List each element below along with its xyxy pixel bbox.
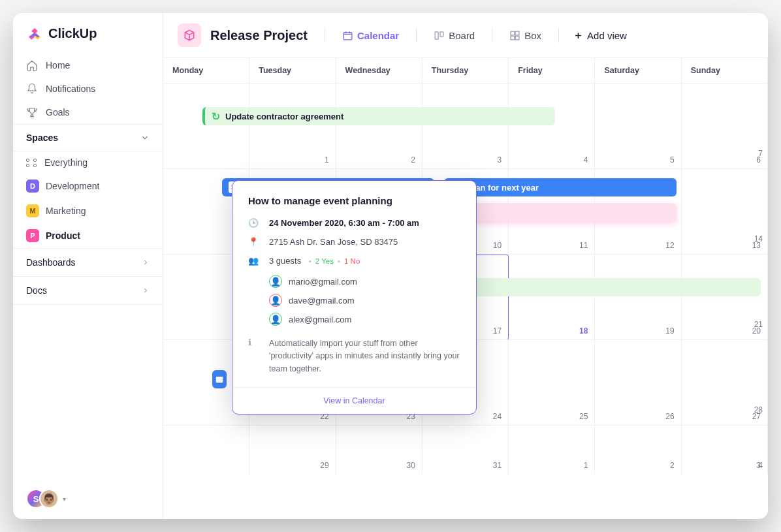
calendar-cell[interactable]: 3 <box>422 84 509 168</box>
trophy-icon <box>26 106 38 118</box>
view-tab-box[interactable]: Box <box>503 26 548 45</box>
home-icon <box>26 59 38 71</box>
calendar-cell[interactable]: 25 <box>509 340 595 425</box>
sidebar-space-marketing[interactable]: M Marketing <box>13 198 163 223</box>
day-header: Tuesday <box>249 58 336 83</box>
clickup-logo-icon <box>26 25 43 42</box>
chevron-down-icon: ▾ <box>63 495 66 503</box>
info-icon: ℹ <box>248 337 259 375</box>
view-tab-board[interactable]: Board <box>427 26 481 45</box>
divider <box>558 28 559 42</box>
person-icon: 👤 <box>269 313 282 326</box>
calendar-cell[interactable] <box>163 426 249 474</box>
grid-icon <box>26 159 38 167</box>
svg-rect-7 <box>216 377 223 383</box>
space-badge: D <box>26 180 39 193</box>
sync-icon: ↻ <box>212 110 220 123</box>
person-icon: 👤 <box>269 275 282 288</box>
popover-description: ℹ Automatically import your stuff from o… <box>248 337 460 375</box>
calendar-cell[interactable]: 18 <box>509 255 595 339</box>
person-icon: 👤 <box>269 294 282 307</box>
guest-row: 👤dave@gmail.com <box>269 294 460 307</box>
calendar-cell[interactable]: 31 <box>422 426 509 474</box>
calendar-cell[interactable]: 5 <box>595 84 681 168</box>
event-partial[interactable] <box>212 370 227 388</box>
space-badge: M <box>26 204 39 217</box>
calendar-cell[interactable]: 26 <box>595 340 681 425</box>
chevron-right-icon <box>142 287 150 294</box>
view-in-calendar-link[interactable]: View in Calendar <box>232 387 476 414</box>
clock-icon: 🕒 <box>248 218 259 228</box>
popover-datetime: 🕒 24 November 2020, 6:30 am - 7:00 am <box>248 218 460 228</box>
nav-goals[interactable]: Goals <box>13 101 163 124</box>
day-header: Thursday <box>422 58 509 83</box>
svg-rect-1 <box>435 31 438 39</box>
calendar-cell[interactable]: 1 <box>509 426 595 474</box>
event-soft-pink[interactable] <box>444 203 677 221</box>
project-icon <box>178 23 201 47</box>
project-title: Release Project <box>210 28 308 43</box>
sidebar-space-product[interactable]: P Product <box>13 223 163 248</box>
user-switcher[interactable]: S 👨🏽 ▾ <box>13 478 163 519</box>
sidebar: ClickUp Home Notifications Goals Spaces … <box>13 13 163 519</box>
add-view-button[interactable]: Add view <box>573 30 627 41</box>
spaces-header[interactable]: Spaces <box>13 124 163 151</box>
svg-rect-6 <box>515 36 519 40</box>
sidebar-docs[interactable]: Docs <box>13 276 163 305</box>
calendar-cell[interactable]: 4 <box>509 84 595 168</box>
calendar-cell[interactable]: 2 <box>595 426 681 474</box>
day-header: Friday <box>509 58 595 83</box>
space-badge: P <box>26 229 39 242</box>
popover-title: How to manage event planning <box>248 195 460 206</box>
svg-rect-5 <box>511 36 515 40</box>
brand-name: ClickUp <box>48 26 97 41</box>
event-soft-green[interactable] <box>444 278 761 296</box>
sidebar-space-development[interactable]: D Development <box>13 174 163 198</box>
day-header: Wednesday <box>336 58 422 83</box>
week-row: 29 30 31 1 2 3 4 <box>163 425 768 474</box>
svg-rect-2 <box>440 31 443 36</box>
event-popover: How to manage event planning 🕒 24 Novemb… <box>232 180 477 415</box>
plus-icon <box>573 31 583 40</box>
chevron-right-icon <box>142 258 150 266</box>
divider <box>492 28 492 42</box>
calendar-icon <box>215 375 224 384</box>
pin-icon: 📍 <box>248 237 259 247</box>
calendar-cell[interactable]: 30 <box>336 426 422 474</box>
day-header: Monday <box>163 58 249 83</box>
app-window: ClickUp Home Notifications Goals Spaces … <box>13 13 768 519</box>
popover-location: 📍 2715 Ash Dr. San Jose, SD 83475 <box>248 237 460 247</box>
guest-row: 👤alex@gmail.com <box>269 313 460 326</box>
svg-rect-0 <box>343 32 352 39</box>
nav-notifications[interactable]: Notifications <box>13 77 163 101</box>
calendar-cell[interactable]: 3 <box>682 426 768 474</box>
calendar-icon <box>342 30 353 41</box>
sidebar-dashboards[interactable]: Dashboards <box>13 248 163 276</box>
calendar-cell[interactable]: 1 <box>249 84 336 168</box>
topbar: Release Project Calendar Board Box Add v… <box>163 13 768 58</box>
rsvp-no: 1 No <box>344 257 360 265</box>
calendar-cell[interactable]: 6 <box>682 84 768 168</box>
calendar-cell[interactable]: 19 <box>595 255 681 339</box>
box-icon <box>183 29 196 42</box>
view-tab-calendar[interactable]: Calendar <box>336 26 406 45</box>
svg-rect-3 <box>511 31 515 35</box>
nav-label: Home <box>46 60 70 70</box>
day-headers: Monday Tuesday Wednesday Thursday Friday… <box>163 58 768 83</box>
event-update-contractor[interactable]: ↻ Update contractor agreement <box>202 107 555 125</box>
calendar-cell[interactable]: 29 <box>249 426 336 474</box>
calendar-cell[interactable]: 2 <box>336 84 422 168</box>
bell-icon <box>26 83 38 95</box>
day-header: Saturday <box>595 58 681 83</box>
day-header: Sunday <box>682 58 768 83</box>
nav-home[interactable]: Home <box>13 54 163 77</box>
divider <box>416 28 417 42</box>
avatar: 👨🏽 <box>39 489 59 509</box>
people-icon: 👥 <box>248 256 259 266</box>
calendar-cell[interactable] <box>163 84 249 168</box>
week-row: 1 2 3 4 5 6 ↻ Update contractor agreemen… <box>163 83 768 168</box>
logo[interactable]: ClickUp <box>13 25 163 54</box>
event-plan-next-year[interactable]: 31 Plan for next year <box>444 178 677 196</box>
sidebar-everything[interactable]: Everything <box>13 151 163 174</box>
nav-label: Notifications <box>46 84 95 94</box>
